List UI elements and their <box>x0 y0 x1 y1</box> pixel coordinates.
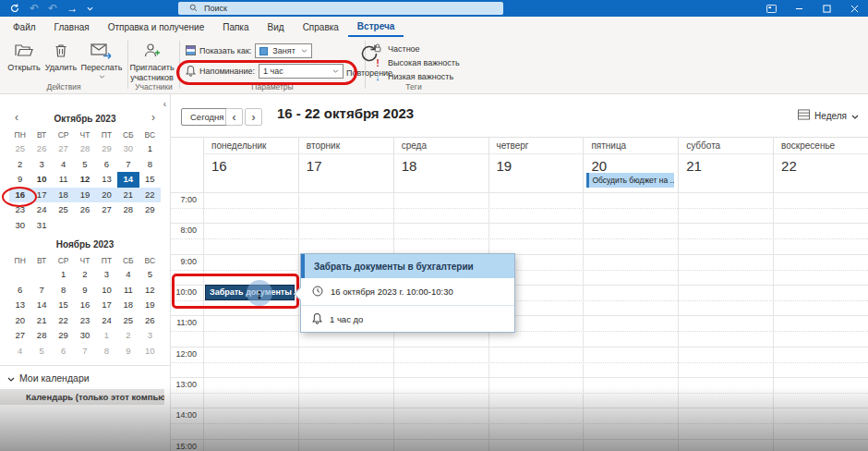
minical-day[interactable]: 4 <box>53 157 74 173</box>
reminder-dropdown[interactable]: 1 час <box>259 64 344 79</box>
calendar-list-item[interactable]: Календарь (только этот компьют... <box>0 389 164 405</box>
invite-participants-button[interactable]: Пригласить участников <box>128 41 175 84</box>
show-as-dropdown[interactable]: Занят <box>255 43 312 58</box>
minical-day[interactable]: 7 <box>117 157 139 173</box>
minical-day[interactable]: 25 <box>117 313 139 329</box>
minical-day[interactable]: 26 <box>139 313 161 329</box>
minical-day[interactable]: 2 <box>9 157 30 173</box>
minical-day[interactable]: 16 <box>74 298 95 313</box>
send-receive-icon[interactable] <box>9 2 20 15</box>
collapse-sidebar-icon[interactable]: ‹ <box>163 99 166 109</box>
minical-day[interactable]: 25 <box>9 141 30 157</box>
menu-tab[interactable]: Главная <box>45 17 99 37</box>
minical-day[interactable]: 29 <box>139 202 161 218</box>
menu-tab[interactable]: Папка <box>213 17 258 37</box>
minical-day[interactable]: 13 <box>9 298 30 313</box>
minical-day[interactable]: 18 <box>53 188 74 203</box>
day-column-header[interactable]: воскресенье22 <box>773 138 868 192</box>
day-column-header[interactable]: среда18 <box>393 138 488 192</box>
minical-day[interactable]: 3 <box>30 157 52 173</box>
minical-day[interactable]: 2 <box>74 267 95 283</box>
minical-day[interactable]: 12 <box>139 283 161 299</box>
menu-tab[interactable]: Вид <box>259 17 294 37</box>
minical-day[interactable]: 23 <box>74 313 95 329</box>
minical-day[interactable]: 15 <box>53 298 74 313</box>
minical-day[interactable]: 11 <box>53 172 74 188</box>
minical-day[interactable]: 1 <box>139 141 161 157</box>
minical-day[interactable]: 27 <box>53 141 74 157</box>
day-column-header[interactable]: пятница20Обсудить бюджет на ... <box>583 138 678 192</box>
menu-tab[interactable]: Файл <box>4 17 45 37</box>
minical-day[interactable]: 2 <box>117 328 139 344</box>
day-column-header[interactable]: суббота21 <box>678 138 773 192</box>
previous-week-button[interactable]: ‹ <box>225 108 243 126</box>
minical-day[interactable]: 21 <box>117 188 139 203</box>
minical-day[interactable]: 6 <box>9 283 30 299</box>
menu-tab[interactable]: Встреча <box>348 17 404 37</box>
minical-day[interactable]: 22 <box>139 188 161 203</box>
customize-chevron-icon[interactable] <box>87 2 93 15</box>
minical-day[interactable]: 7 <box>74 344 95 360</box>
undo-icon[interactable]: ↶ <box>48 2 57 15</box>
prev-month-icon[interactable]: ‹ <box>11 111 22 126</box>
minical-day[interactable]: 18 <box>117 298 139 313</box>
minical-day[interactable]: 25 <box>53 202 74 218</box>
minical-day[interactable]: 28 <box>74 141 95 157</box>
search-input[interactable]: Поиск <box>178 2 503 15</box>
minimize-icon[interactable] <box>785 0 813 17</box>
minical-day[interactable]: 23 <box>9 202 30 218</box>
day-column-header[interactable]: четверг19 <box>488 138 584 192</box>
open-button[interactable]: Открыть <box>6 41 42 84</box>
forward-button[interactable]: Переслать <box>79 41 124 84</box>
minical-day[interactable]: 21 <box>30 313 52 329</box>
day-column-header[interactable]: вторник17 <box>298 138 393 192</box>
minical-day[interactable]: 12 <box>74 172 95 188</box>
minical-day[interactable]: 28 <box>30 328 52 344</box>
minical-day[interactable]: 27 <box>96 202 117 218</box>
minical-day[interactable]: 19 <box>74 188 95 203</box>
minical-day[interactable]: 20 <box>96 188 117 203</box>
high-importance-button[interactable]: ! Высокая важность <box>373 55 462 69</box>
minical-day[interactable]: 8 <box>96 344 117 360</box>
minical-day[interactable]: 26 <box>30 141 52 157</box>
undo-icon[interactable]: ↶ <box>30 2 39 15</box>
minical-day[interactable]: 4 <box>9 344 30 360</box>
day-column-header[interactable]: понедельник16 <box>203 138 298 192</box>
minical-day[interactable]: 31 <box>30 218 52 234</box>
minical-day[interactable]: 13 <box>96 172 117 188</box>
minical-day[interactable]: 11 <box>117 283 139 299</box>
minical-day[interactable]: 5 <box>30 344 52 360</box>
next-week-button[interactable]: › <box>245 108 262 126</box>
forward-dropdown-chevron-icon[interactable] <box>99 73 105 82</box>
minical-day[interactable]: 22 <box>53 313 74 329</box>
minical-day[interactable]: 9 <box>117 344 139 360</box>
minical-day[interactable]: 14 <box>30 298 52 313</box>
minical-day[interactable]: 26 <box>74 202 95 218</box>
minical-day[interactable]: 10 <box>30 172 52 188</box>
minical-day[interactable]: 8 <box>139 157 161 173</box>
minical-day[interactable]: 4 <box>117 267 139 283</box>
delete-button[interactable]: Удалить <box>42 41 79 84</box>
minical-day[interactable]: 15 <box>139 172 161 188</box>
minical-day[interactable]: 30 <box>74 328 95 344</box>
minical-day[interactable]: 19 <box>139 298 161 313</box>
all-day-event-chip[interactable]: Обсудить бюджет на ... <box>586 173 674 188</box>
minical-day[interactable]: 9 <box>74 283 95 299</box>
minical-day[interactable]: 30 <box>117 141 139 157</box>
minical-day[interactable]: 5 <box>139 267 161 283</box>
minical-day[interactable]: 5 <box>74 157 95 173</box>
minical-day[interactable]: 3 <box>139 328 161 344</box>
minical-day[interactable]: 6 <box>53 344 74 360</box>
minical-day[interactable]: 1 <box>96 328 117 344</box>
maximize-icon[interactable] <box>813 0 840 17</box>
minical-day[interactable]: 27 <box>9 328 30 344</box>
minical-day[interactable]: 6 <box>96 157 117 173</box>
minical-day[interactable]: 8 <box>53 283 74 299</box>
close-icon[interactable] <box>840 0 868 17</box>
private-button[interactable]: Частное <box>373 42 462 55</box>
menu-tab[interactable]: Отправка и получение <box>99 17 214 37</box>
feature-icon[interactable] <box>757 0 785 17</box>
low-importance-button[interactable]: ↓ Низкая важность <box>373 69 462 83</box>
minical-day[interactable]: 28 <box>117 202 139 218</box>
next-month-icon[interactable]: › <box>148 111 159 126</box>
